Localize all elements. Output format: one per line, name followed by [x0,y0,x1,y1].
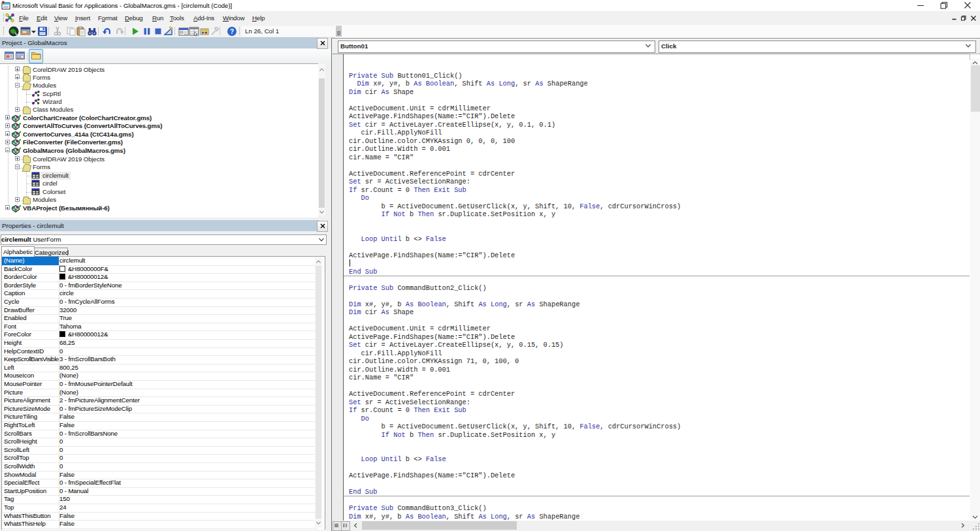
svg-text:?: ? [230,28,234,35]
